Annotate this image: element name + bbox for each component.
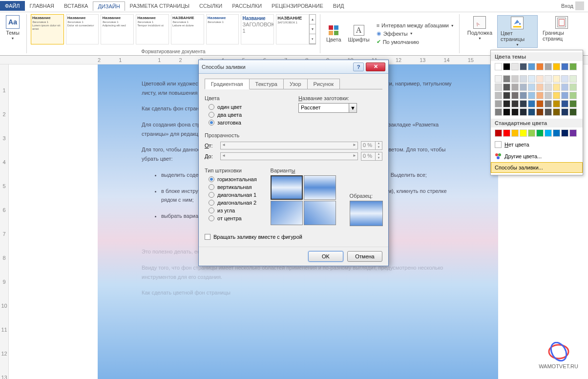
variant-4[interactable] xyxy=(304,201,336,225)
color-swatch[interactable] xyxy=(569,84,577,91)
no-color-item[interactable]: Нет цвета xyxy=(491,139,583,150)
color-swatch[interactable] xyxy=(503,108,510,116)
color-swatch[interactable] xyxy=(561,92,568,99)
color-swatch[interactable] xyxy=(520,100,527,107)
color-swatch[interactable] xyxy=(553,75,560,83)
color-swatch[interactable] xyxy=(520,129,527,137)
variant-2[interactable] xyxy=(304,175,336,200)
from-percent[interactable]: 0 %▲▼ xyxy=(361,141,382,150)
color-swatch[interactable] xyxy=(495,75,502,83)
color-swatch[interactable] xyxy=(511,84,519,91)
color-swatch[interactable] xyxy=(536,100,544,107)
tab-mailings[interactable]: РАССЫЛКИ xyxy=(227,1,267,11)
color-swatch[interactable] xyxy=(569,63,577,70)
color-swatch[interactable] xyxy=(503,92,510,99)
variant-1[interactable] xyxy=(271,175,303,200)
color-swatch[interactable] xyxy=(520,108,527,116)
color-swatch[interactable] xyxy=(503,84,510,91)
style-gallery[interactable]: НазваниеЗаголовок 1Lorem ipsum dolor sit… xyxy=(31,14,309,47)
tab-layout[interactable]: РАЗМЕТКА СТРАНИЦЫ xyxy=(125,1,194,11)
color-swatch[interactable] xyxy=(561,84,568,91)
ok-button[interactable]: OK xyxy=(308,251,343,262)
color-swatch[interactable] xyxy=(536,108,544,116)
tab-pattern[interactable]: Узор xyxy=(283,79,308,89)
color-swatch[interactable] xyxy=(520,63,527,70)
gallery-scroll[interactable]: ▲▼▾ xyxy=(309,14,316,44)
color-swatch[interactable] xyxy=(495,100,502,107)
to-percent[interactable]: 0 %▲▼ xyxy=(361,152,382,161)
radio-one-color[interactable]: один цвет xyxy=(205,103,289,111)
preset-select[interactable]: Рассвет▼ xyxy=(298,103,357,113)
color-swatch[interactable] xyxy=(561,108,568,116)
radio-preset[interactable]: заготовка xyxy=(205,119,289,126)
radio-diagonal-2[interactable]: диагональная 2 xyxy=(205,199,261,207)
dialog-titlebar[interactable]: Способы заливки ? ✕ xyxy=(199,60,388,74)
cancel-button[interactable]: Отмена xyxy=(347,251,382,262)
color-swatch[interactable] xyxy=(528,108,535,116)
color-swatch[interactable] xyxy=(569,108,577,116)
from-slider[interactable] xyxy=(220,142,358,149)
style-item[interactable]: НазваниеЗаголовок 1 xyxy=(206,14,239,44)
color-swatch[interactable] xyxy=(495,84,502,91)
fonts-button[interactable]: A Шрифты xyxy=(346,24,372,43)
rotate-with-shape-checkbox[interactable]: Вращать заливку вместе с фигурой xyxy=(205,232,382,242)
color-swatch[interactable] xyxy=(528,92,535,99)
style-item[interactable]: НазваниеЗаголовок 1Dolor sit consectetur xyxy=(66,14,99,44)
style-item[interactable]: НазваниеЗаголовок 1Tempor incididunt ut xyxy=(136,14,169,44)
color-swatch[interactable] xyxy=(511,63,519,70)
color-swatch[interactable] xyxy=(503,100,510,107)
page-borders-button[interactable]: Границы страниц xyxy=(540,15,584,48)
color-swatch[interactable] xyxy=(553,129,560,137)
effects-button[interactable]: ◉Эффекты▼ xyxy=(377,30,454,37)
color-swatch[interactable] xyxy=(545,92,552,99)
color-swatch[interactable] xyxy=(536,63,544,70)
color-swatch[interactable] xyxy=(561,129,568,137)
radio-vertical[interactable]: вертикальная xyxy=(205,183,261,191)
tab-view[interactable]: ВИД xyxy=(328,1,349,11)
color-swatch[interactable] xyxy=(536,129,544,137)
color-swatch[interactable] xyxy=(528,100,535,107)
color-swatch[interactable] xyxy=(569,100,577,107)
themes-button[interactable]: Aa Темы ▼ xyxy=(3,14,22,41)
color-swatch[interactable] xyxy=(561,63,568,70)
color-swatch[interactable] xyxy=(545,63,552,70)
color-swatch[interactable] xyxy=(511,129,519,137)
color-swatch[interactable] xyxy=(528,63,535,70)
fill-effects-item[interactable]: Способы заливки... xyxy=(491,162,583,173)
style-item[interactable]: НазваниеЗАГОЛОВОК 1 xyxy=(241,14,274,44)
color-swatch[interactable] xyxy=(545,129,552,137)
colors-button[interactable]: Цвета xyxy=(324,24,343,43)
color-swatch[interactable] xyxy=(569,75,577,83)
paragraph-spacing-button[interactable]: ≡Интервал между абзацами▼ xyxy=(377,22,454,28)
to-slider[interactable] xyxy=(220,152,358,160)
color-swatch[interactable] xyxy=(561,75,568,83)
color-swatch[interactable] xyxy=(511,75,519,83)
more-colors-item[interactable]: Другие цвета... xyxy=(491,150,583,162)
color-swatch[interactable] xyxy=(536,84,544,91)
style-item[interactable]: НазваниеЗаголовок 1Adipiscing elit sed xyxy=(101,14,134,44)
color-swatch[interactable] xyxy=(561,100,568,107)
color-swatch[interactable] xyxy=(545,75,552,83)
dialog-help-button[interactable]: ? xyxy=(353,63,364,71)
style-item[interactable]: НАЗВАНИЕЗАГОЛОВОК 1 xyxy=(276,14,309,44)
tab-references[interactable]: ССЫЛКИ xyxy=(194,1,227,11)
page-color-button[interactable]: Цвет страницы▼ xyxy=(497,15,538,48)
color-swatch[interactable] xyxy=(545,84,552,91)
color-swatch[interactable] xyxy=(545,108,552,116)
watermark-button[interactable]: A Подложка▼ xyxy=(464,15,495,48)
color-swatch[interactable] xyxy=(545,100,552,107)
tab-design[interactable]: ДИЗАЙН xyxy=(93,1,125,11)
style-item[interactable]: НАЗВАНИЕЗаголовок 1Labore et dolore xyxy=(171,14,204,44)
color-swatch[interactable] xyxy=(495,129,502,137)
dialog-close-button[interactable]: ✕ xyxy=(366,63,385,71)
color-swatch[interactable] xyxy=(511,92,519,99)
color-swatch[interactable] xyxy=(511,100,519,107)
style-item[interactable]: НазваниеЗаголовок 1Lorem ipsum dolor sit… xyxy=(31,14,64,44)
color-swatch[interactable] xyxy=(528,84,535,91)
login-button[interactable]: Вход xyxy=(557,1,588,10)
radio-two-colors[interactable]: два цвета xyxy=(205,111,289,119)
set-default-button[interactable]: ✔По умолчанию xyxy=(377,39,454,45)
color-swatch[interactable] xyxy=(528,129,535,137)
color-swatch[interactable] xyxy=(553,63,560,70)
color-swatch[interactable] xyxy=(495,63,502,70)
